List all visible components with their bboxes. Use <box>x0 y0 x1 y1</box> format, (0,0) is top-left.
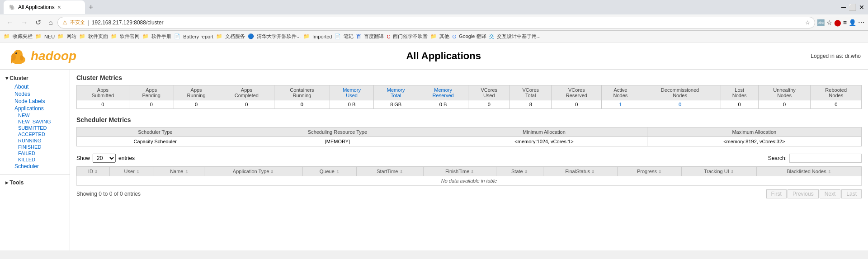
tab-close-button[interactable]: × <box>57 4 61 11</box>
star-icon[interactable]: ☆ <box>805 19 810 26</box>
bookmark-13[interactable]: 其他 <box>439 33 449 40</box>
hadoop-logo[interactable]: hadoop <box>7 47 76 65</box>
sidebar-sub-accepted[interactable]: ACCEPTED <box>18 131 64 137</box>
bookmark-15[interactable]: 交互设计中基于用... <box>497 33 541 40</box>
bookmark-7[interactable]: 文档服务 <box>225 33 245 40</box>
apps-col-type[interactable]: Application Type ⇕ <box>204 167 303 176</box>
forward-button[interactable]: → <box>18 18 31 28</box>
sidebar-sub-failed[interactable]: FAILED <box>18 150 64 156</box>
main-content: Cluster Metrics AppsSubmitted AppsPendin… <box>70 70 868 250</box>
sched-col-min-alloc: Minimum Allocation <box>441 127 647 137</box>
sched-col-resource-type: Scheduling Resource Type <box>234 127 441 137</box>
close-button[interactable]: ✕ <box>859 4 864 11</box>
bookmark-6[interactable]: Battery report <box>183 34 213 39</box>
sidebar-cluster-toggle[interactable]: ▾ Cluster <box>5 75 64 81</box>
address-bar[interactable]: ⚠ 不安全 | 192.168.217.129:8088/cluster ☆ <box>57 17 815 28</box>
back-button[interactable]: ← <box>4 18 16 28</box>
browser-tab[interactable]: 🐘 All Applications × <box>4 0 85 14</box>
toolbar-icons: 🔤 ☆ ⬤ ≡ 👤 ⋯ <box>817 19 864 26</box>
apps-col-id[interactable]: ID ⇕ <box>77 167 110 176</box>
cluster-metrics-table: AppsSubmitted AppsPending AppsRunning Ap… <box>76 85 862 109</box>
maximize-button[interactable]: ⬜ <box>849 4 856 11</box>
sidebar-sub-new[interactable]: NEW <box>18 112 64 118</box>
sched-val-type: Capacity Scheduler <box>77 137 234 146</box>
first-page-button[interactable]: First <box>766 189 787 198</box>
avatar-icon[interactable]: 👤 <box>849 19 856 26</box>
sidebar-sub-killed[interactable]: KILLED <box>18 156 64 163</box>
apps-col-finalstatus[interactable]: FinalStatus ⇕ <box>543 167 618 176</box>
sidebar-item-scheduler[interactable]: Scheduler <box>5 163 64 170</box>
sidebar-applications-sub: NEW NEW_SAVING SUBMITTED ACCEPTED RUNNIN… <box>5 112 64 163</box>
bookmark-0[interactable]: 收藏夹栏 <box>13 33 33 40</box>
entries-select[interactable]: 10 20 25 50 100 <box>93 154 116 163</box>
col-containers-running: ContainersRunning <box>274 85 330 100</box>
bookmark-5[interactable]: 软件手册 <box>151 33 171 40</box>
val-active-nodes[interactable]: 1 <box>602 100 639 109</box>
apps-col-finishtime[interactable]: FinishTime ⇕ <box>424 167 496 176</box>
sidebar-item-nodes[interactable]: Nodes <box>5 90 64 98</box>
tab-title: All Applications <box>18 4 55 10</box>
sidebar-tools-toggle[interactable]: ▸ Tools <box>5 179 64 186</box>
bookmark-2[interactable]: 网站 <box>66 33 76 40</box>
apps-col-state[interactable]: State ⇕ <box>496 167 543 176</box>
minimize-button[interactable]: ─ <box>841 4 846 11</box>
col-apps-submitted: AppsSubmitted <box>77 85 129 100</box>
apps-col-queue[interactable]: Queue ⇕ <box>302 167 356 176</box>
sidebar-sub-new-saving[interactable]: NEW_SAVING <box>18 118 64 125</box>
bookmark-3[interactable]: 软件页面 <box>88 33 108 40</box>
apps-col-blacklisted-nodes[interactable]: Blacklisted Nodes ⇕ <box>756 167 861 176</box>
table-controls: Show 10 20 25 50 100 entries Search: <box>76 154 862 163</box>
hadoop-favicon: 🐘 <box>9 5 15 10</box>
val-apps-running: 0 <box>174 100 219 109</box>
apps-col-user[interactable]: User ⇕ <box>109 167 154 176</box>
bookmark-10[interactable]: 笔记 <box>344 33 354 40</box>
sidebar-item-applications[interactable]: Applications <box>5 105 64 112</box>
sidebar-sub-running[interactable]: RUNNING <box>18 137 64 144</box>
cluster-metrics-title: Cluster Metrics <box>76 74 862 81</box>
sidebar-item-about[interactable]: About <box>5 83 64 90</box>
pagination-showing: Showing 0 to 0 of 0 entries <box>76 191 141 197</box>
bookmark-star-icon[interactable]: ☆ <box>826 19 832 26</box>
next-page-button[interactable]: Next <box>820 189 841 198</box>
col-apps-pending: AppsPending <box>129 85 174 100</box>
security-label: 不安全 <box>70 19 85 26</box>
menu-button[interactable]: ⋯ <box>858 19 864 26</box>
bookmark-4[interactable]: 软件官网 <box>120 33 140 40</box>
extension-icon-1[interactable]: 🔤 <box>817 19 825 26</box>
bookmark-1[interactable]: NEU <box>44 34 55 39</box>
hadoop-elephant-icon <box>7 47 29 65</box>
sidebar-item-node-labels[interactable]: Node Labels <box>5 98 64 105</box>
col-vcores-used: VCoresUsed <box>468 85 510 100</box>
val-vcores-total: 8 <box>510 100 552 109</box>
col-lost-nodes: LostNodes <box>721 85 758 100</box>
apps-col-tracking-ui[interactable]: Tracking UI ⇕ <box>681 167 756 176</box>
show-label: Show <box>76 155 90 161</box>
opera-icon[interactable]: ⬤ <box>834 19 841 26</box>
refresh-button[interactable]: ↺ <box>33 17 44 28</box>
sidebar-sub-finished[interactable]: FINISHED <box>18 144 64 150</box>
home-button[interactable]: ⌂ <box>46 18 56 28</box>
val-decommissioned-nodes[interactable]: 0 <box>639 100 721 109</box>
reading-list-icon[interactable]: ≡ <box>843 19 847 26</box>
previous-page-button[interactable]: Previous <box>788 189 819 198</box>
svg-point-3 <box>20 55 24 61</box>
apps-col-progress[interactable]: Progress ⇕ <box>618 167 682 176</box>
last-page-button[interactable]: Last <box>841 189 862 198</box>
bookmark-9[interactable]: Imported <box>312 34 332 39</box>
bookmark-icon-14: G <box>452 34 456 39</box>
bookmark-icon-8: 🔵 <box>248 33 254 39</box>
col-active-nodes: ActiveNodes <box>602 85 639 100</box>
bookmark-8[interactable]: 清华大学开源软件... <box>257 33 301 40</box>
search-input[interactable] <box>789 154 862 163</box>
sidebar-sub-submitted[interactable]: SUBMITTED <box>18 125 64 131</box>
bookmark-14[interactable]: Google 翻译 <box>459 33 486 40</box>
pagination-buttons: First Previous Next Last <box>766 189 862 198</box>
apps-col-starttime[interactable]: StartTime ⇕ <box>356 167 423 176</box>
bookmark-11[interactable]: 百度翻译 <box>364 33 384 40</box>
apps-col-name[interactable]: Name ⇕ <box>154 167 204 176</box>
sched-col-type: Scheduler Type <box>77 127 234 137</box>
bookmark-page-icon-1: 📄 <box>174 33 180 39</box>
val-memory-total: 8 GB <box>374 100 418 109</box>
new-tab-button[interactable]: + <box>89 3 94 12</box>
bookmark-12[interactable]: 西门催学不吹音 <box>393 33 428 40</box>
